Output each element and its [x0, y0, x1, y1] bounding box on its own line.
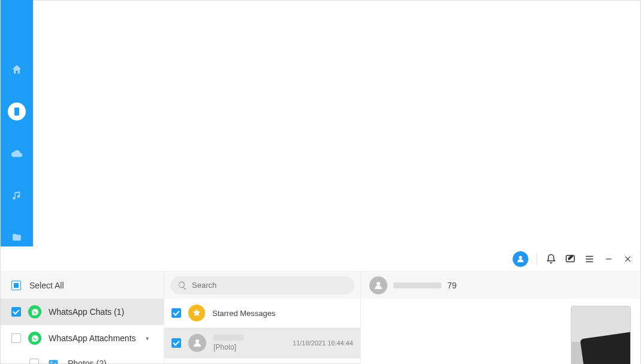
bell-icon[interactable]	[546, 254, 556, 264]
separator	[537, 253, 537, 265]
category-whatsapp-chats[interactable]: WhatsApp Chats (1)	[1, 299, 164, 325]
search-input[interactable]	[192, 281, 347, 290]
svg-point-19	[195, 339, 199, 343]
search-row	[164, 272, 360, 299]
select-all-checkbox[interactable]	[11, 281, 21, 290]
app-logo	[1, 0, 33, 1]
svg-rect-9	[49, 360, 58, 364]
minimize-icon[interactable]	[603, 254, 614, 264]
nav-music[interactable]	[8, 186, 26, 204]
checkbox[interactable]	[11, 307, 21, 317]
close-icon[interactable]	[622, 254, 633, 264]
svg-point-1	[519, 255, 522, 258]
titlebar	[1, 246, 640, 272]
category-whatsapp-attachments[interactable]: WhatsApp Attachments ▾	[1, 325, 164, 351]
select-all-label: Select All	[29, 281, 64, 290]
app-window: Select All WhatsApp Chats (1) WhatsApp A…	[0, 0, 641, 364]
nav-home[interactable]	[8, 61, 26, 79]
photo-thumbnail[interactable]	[571, 306, 631, 364]
select-all-row[interactable]: Select All	[1, 272, 164, 299]
chevron-down-icon: ▾	[146, 335, 149, 342]
feedback-icon[interactable]	[565, 254, 576, 264]
checkbox[interactable]	[171, 308, 181, 318]
left-nav	[1, 1, 33, 246]
svg-rect-0	[14, 107, 19, 115]
starred-messages-row[interactable]: Starred Messages	[164, 299, 360, 328]
star-icon	[188, 305, 205, 321]
chat-name-suffix: 79	[447, 281, 457, 290]
whatsapp-icon	[28, 305, 41, 318]
redacted-name	[393, 282, 441, 288]
photos-icon	[47, 357, 59, 364]
search-box[interactable]	[170, 276, 354, 294]
messages-scroll[interactable]: 11/18/2021 16:43:51 Tomorrow is Friday！！…	[361, 299, 640, 364]
checkbox[interactable]	[171, 338, 181, 348]
menu-icon[interactable]	[584, 254, 595, 264]
chat-list-item[interactable]: [Photo] 11/18/2021 16:44:44	[164, 328, 360, 359]
chat-header: 79	[361, 272, 640, 299]
redacted-name	[213, 335, 243, 341]
starred-label: Starred Messages	[212, 309, 353, 318]
category-label: WhatsApp Attachments	[49, 333, 136, 343]
chat-preview: [Photo]	[213, 343, 285, 351]
nav-folder[interactable]	[8, 228, 26, 246]
svg-point-10	[50, 362, 52, 363]
message-panel: 79 11/18/2021 16:43:51 Tomorrow is Frida…	[361, 272, 640, 364]
checkbox[interactable]	[29, 359, 39, 364]
main-body: Select All WhatsApp Chats (1) WhatsApp A…	[1, 272, 640, 364]
user-avatar-icon[interactable]	[513, 251, 528, 267]
subcategory-label: Photos (2)	[68, 359, 107, 364]
avatar-icon	[369, 276, 387, 294]
avatar-icon	[188, 334, 206, 352]
category-panel: Select All WhatsApp Chats (1) WhatsApp A…	[1, 272, 164, 364]
subcategory-photos[interactable]: Photos (2)	[1, 351, 164, 364]
nav-cloud[interactable]	[8, 145, 26, 163]
nav-phone[interactable]	[8, 103, 26, 121]
chat-timestamp: 11/18/2021 16:44:44	[293, 339, 353, 347]
message-photo	[371, 306, 631, 364]
category-label: WhatsApp Chats (1)	[49, 307, 124, 317]
svg-point-20	[377, 282, 380, 285]
search-icon	[177, 281, 187, 290]
chat-list-panel: Starred Messages [Photo] 11/18/2021 16:4…	[164, 272, 361, 364]
checkbox[interactable]	[11, 333, 21, 343]
whatsapp-icon	[28, 332, 41, 345]
